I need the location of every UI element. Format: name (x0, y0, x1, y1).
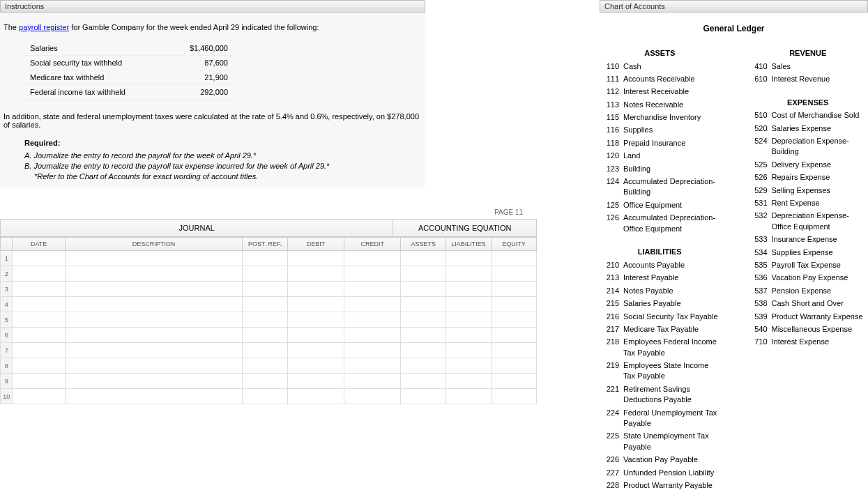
account-number: 526 (748, 172, 768, 183)
debit-cell[interactable] (288, 282, 344, 297)
equity-cell[interactable] (492, 282, 537, 297)
liabilities-cell[interactable] (446, 374, 492, 389)
equity-cell[interactable] (492, 328, 537, 343)
debit-cell[interactable] (288, 374, 344, 389)
equity-cell[interactable] (492, 251, 537, 266)
journal-row: 7 (1, 343, 537, 358)
description-cell[interactable] (66, 374, 243, 389)
date-cell[interactable] (13, 374, 66, 389)
col-assets: ASSETS (401, 238, 446, 251)
coa-account-row: 110Cash (600, 60, 720, 72)
intro-prefix: The (3, 23, 19, 31)
description-cell[interactable] (66, 297, 243, 312)
assets-cell[interactable] (401, 251, 446, 266)
assets-cell[interactable] (401, 266, 446, 282)
date-cell[interactable] (13, 389, 66, 404)
description-cell[interactable] (66, 343, 243, 358)
assets-cell[interactable] (401, 312, 446, 328)
post-ref-cell[interactable] (243, 328, 288, 343)
coa-account-row: 111Accounts Receivable (600, 72, 720, 85)
liabilities-cell[interactable] (446, 282, 492, 297)
liabilities-cell[interactable] (446, 389, 492, 404)
equity-cell[interactable] (492, 343, 537, 358)
row-number: 3 (1, 282, 13, 297)
description-cell[interactable] (66, 389, 243, 404)
credit-cell[interactable] (344, 251, 401, 266)
debit-cell[interactable] (288, 266, 344, 282)
col-description: DESCRIPTION (66, 238, 243, 251)
debit-cell[interactable] (288, 297, 344, 312)
date-cell[interactable] (13, 328, 66, 343)
account-number: 214 (600, 286, 619, 296)
post-ref-cell[interactable] (243, 297, 288, 312)
assets-cell[interactable] (401, 282, 446, 297)
payroll-value: 292,000 (167, 85, 234, 100)
date-cell[interactable] (13, 297, 66, 312)
description-cell[interactable] (66, 266, 243, 282)
debit-cell[interactable] (288, 343, 344, 358)
credit-cell[interactable] (344, 282, 401, 297)
assets-cell[interactable] (401, 297, 446, 312)
equity-cell[interactable] (492, 297, 537, 312)
description-cell[interactable] (66, 358, 243, 374)
equity-cell[interactable] (492, 266, 537, 282)
liabilities-cell[interactable] (446, 251, 492, 266)
post-ref-cell[interactable] (243, 282, 288, 297)
date-cell[interactable] (13, 266, 66, 282)
payroll-register-link[interactable]: payroll register (19, 23, 69, 31)
equity-cell[interactable] (492, 358, 537, 374)
date-cell[interactable] (13, 251, 66, 266)
credit-cell[interactable] (344, 297, 401, 312)
post-ref-cell[interactable] (243, 374, 288, 389)
debit-cell[interactable] (288, 358, 344, 374)
account-number: 213 (600, 273, 619, 283)
payroll-value: $1,460,000 (167, 41, 234, 56)
description-cell[interactable] (66, 251, 243, 266)
post-ref-cell[interactable] (243, 343, 288, 358)
liabilities-cell[interactable] (446, 343, 492, 358)
post-ref-cell[interactable] (243, 251, 288, 266)
assets-cell[interactable] (401, 343, 446, 358)
description-cell[interactable] (66, 282, 243, 297)
liabilities-cell[interactable] (446, 297, 492, 312)
credit-cell[interactable] (344, 343, 401, 358)
liabilities-cell[interactable] (446, 266, 492, 282)
post-ref-cell[interactable] (243, 389, 288, 404)
assets-cell[interactable] (401, 389, 446, 404)
date-cell[interactable] (13, 358, 66, 374)
credit-cell[interactable] (344, 328, 401, 343)
equity-cell[interactable] (492, 312, 537, 328)
journal-row: 5 (1, 312, 537, 328)
credit-cell[interactable] (344, 312, 401, 328)
post-ref-cell[interactable] (243, 312, 288, 328)
col-debit: DEBIT (288, 238, 344, 251)
credit-cell[interactable] (344, 374, 401, 389)
post-ref-cell[interactable] (243, 358, 288, 374)
date-cell[interactable] (13, 282, 66, 297)
debit-cell[interactable] (288, 251, 344, 266)
assets-cell[interactable] (401, 374, 446, 389)
liabilities-cell[interactable] (446, 312, 492, 328)
coa-account-row: 113Notes Receivable (600, 98, 720, 111)
debit-cell[interactable] (288, 389, 344, 404)
assets-cell[interactable] (401, 358, 446, 374)
liabilities-cell[interactable] (446, 328, 492, 343)
coa-account-row: 710Interest Expense (748, 336, 869, 349)
assets-cell[interactable] (401, 328, 446, 343)
credit-cell[interactable] (344, 266, 401, 282)
credit-cell[interactable] (344, 389, 401, 404)
equity-cell[interactable] (492, 389, 537, 404)
credit-cell[interactable] (344, 358, 401, 374)
debit-cell[interactable] (288, 312, 344, 328)
liabilities-cell[interactable] (446, 358, 492, 374)
coa-account-row: 218Employees Federal Income Tax Payable (600, 336, 720, 360)
description-cell[interactable] (66, 328, 243, 343)
account-name: Employees Federal Income Tax Payable (623, 337, 720, 358)
post-ref-cell[interactable] (243, 266, 288, 282)
date-cell[interactable] (13, 312, 66, 328)
equity-cell[interactable] (492, 374, 537, 389)
date-cell[interactable] (13, 343, 66, 358)
account-number: 540 (748, 324, 768, 335)
debit-cell[interactable] (288, 328, 344, 343)
description-cell[interactable] (66, 312, 243, 328)
